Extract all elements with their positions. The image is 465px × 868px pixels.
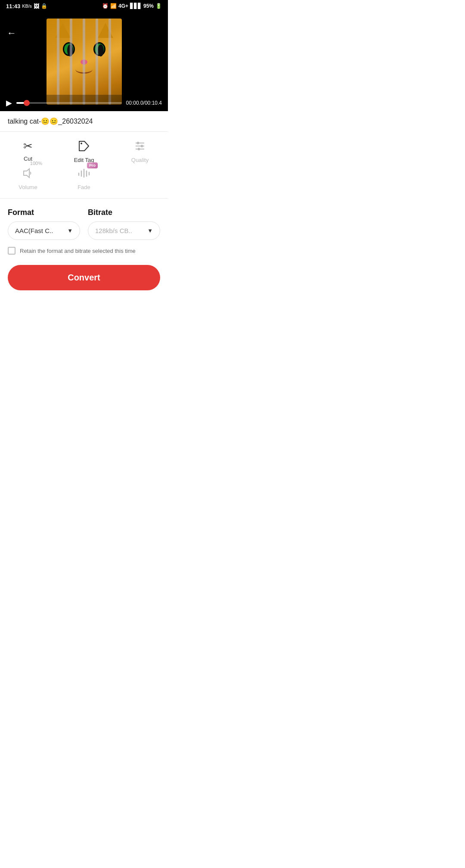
fade-tool[interactable]: Pro Fade [67, 167, 101, 190]
tag-icon [78, 140, 90, 152]
time-display: 11:43 [6, 3, 20, 9]
retain-checkbox[interactable] [8, 247, 16, 255]
format-dropdown[interactable]: AAC(Fast C.. ▼ [8, 221, 80, 240]
svg-rect-5 [141, 145, 143, 147]
volume-tool[interactable]: 100% Volume [11, 167, 45, 190]
play-button[interactable]: ▶ [6, 98, 12, 108]
quality-label: Quality [131, 157, 149, 163]
battery-icon: 🔋 [155, 3, 162, 9]
network-speed: KB/s [22, 4, 32, 9]
svg-point-0 [81, 143, 82, 144]
volume-icon [22, 167, 34, 180]
status-left: 11:43 KB/s 🖼 🔒 [6, 3, 47, 9]
format-section: Format AAC(Fast C.. ▼ Bitrate 128kb/s CB… [0, 199, 168, 299]
cage-bar [57, 19, 59, 105]
signal-bars-icon: ▋▋▋ [130, 3, 142, 9]
cut-tool[interactable]: ✂ Cut [11, 140, 45, 162]
back-button[interactable]: ← [7, 28, 16, 39]
format-dropdown-arrow: ▼ [67, 227, 73, 234]
quality-icon-wrapper [133, 140, 146, 154]
edit-tag-icon-wrapper [78, 140, 90, 154]
tools-row-1: ✂ Cut Edit Tag [0, 140, 168, 163]
video-player: ← ▶ 0 [0, 12, 168, 111]
cage-bar [108, 19, 111, 105]
svg-rect-6 [138, 148, 140, 150]
status-right: ⏰ 📶 4G+ ▋▋▋ 95% 🔋 [102, 3, 162, 9]
cage-bar [83, 19, 85, 105]
file-name: talking cat-😐😐_26032024 [0, 111, 168, 132]
pro-badge: Pro [87, 162, 98, 168]
wifi-icon: 📶 [110, 3, 117, 9]
volume-percent: 100% [30, 161, 42, 166]
volume-label: Volume [19, 184, 37, 190]
bitrate-value: 128kb/s CB.. [95, 227, 132, 234]
status-bar: 11:43 KB/s 🖼 🔒 ⏰ 📶 4G+ ▋▋▋ 95% 🔋 [0, 0, 168, 12]
quality-sliders-icon [133, 140, 146, 152]
time-label: 00:00.0/00:10.4 [126, 100, 162, 106]
tools-row-2: 100% Volume Pro Fade [0, 167, 168, 190]
bitrate-dropdown[interactable]: 128kb/s CB.. ▼ [88, 221, 160, 240]
cage-bar [96, 19, 98, 105]
format-label: Format [8, 208, 80, 217]
controls-row: ▶ 00:00.0/00:10.4 [6, 98, 162, 108]
svg-rect-4 [137, 142, 139, 144]
retain-label: Retain the format and bitrate selected t… [20, 248, 136, 254]
retain-row: Retain the format and bitrate selected t… [8, 247, 160, 255]
video-controls: ▶ 00:00.0/00:10.4 [0, 95, 168, 111]
gallery-icon: 🖼 [34, 3, 39, 9]
format-value: AAC(Fast C.. [15, 227, 53, 234]
tools-section: ✂ Cut Edit Tag [0, 132, 168, 199]
alarm-icon: ⏰ [102, 3, 108, 9]
progress-dot [24, 100, 30, 106]
bitrate-column: Bitrate 128kb/s CB.. ▼ [88, 208, 160, 240]
volume-icon-wrapper: 100% [22, 167, 34, 181]
fade-icon-wrapper: Pro [77, 167, 91, 181]
video-thumbnail [46, 19, 122, 105]
scissors-icon: ✂ [23, 140, 33, 152]
progress-bar[interactable] [16, 102, 122, 104]
convert-button[interactable]: Convert [8, 265, 160, 290]
lock-icon: 🔒 [41, 3, 47, 9]
signal-icon: 4G+ [118, 3, 128, 9]
bitrate-dropdown-arrow: ▼ [147, 227, 153, 234]
svg-marker-7 [24, 169, 29, 177]
battery-label: 95% [143, 3, 154, 9]
format-bitrate-row: Format AAC(Fast C.. ▼ Bitrate 128kb/s CB… [8, 208, 160, 240]
bitrate-label: Bitrate [88, 208, 160, 217]
edit-tag-tool[interactable]: Edit Tag [67, 140, 101, 163]
cage-bar [70, 19, 72, 105]
format-column: Format AAC(Fast C.. ▼ [8, 208, 80, 240]
fade-label: Fade [78, 184, 90, 190]
fade-waveform-icon [77, 167, 91, 180]
cage-bars [46, 19, 122, 105]
quality-tool[interactable]: Quality [123, 140, 157, 163]
cut-icon-wrapper: ✂ [23, 140, 33, 153]
